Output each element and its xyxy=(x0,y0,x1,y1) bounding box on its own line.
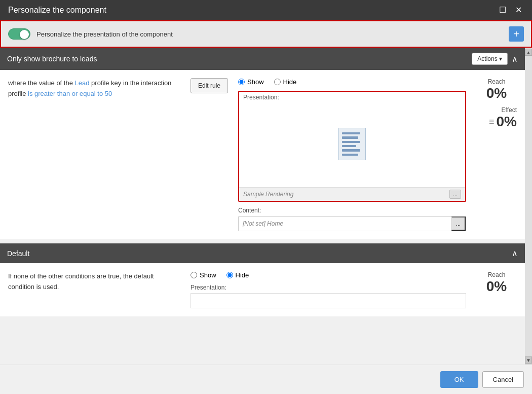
default-presentation-field xyxy=(191,293,466,308)
personalize-toggle[interactable] xyxy=(8,28,30,40)
section-leads: Only show brochure to leads Actions ▾ ∧ … xyxy=(0,48,525,239)
presentation-label: Presentation: xyxy=(239,92,465,101)
presentation-ellipsis-button[interactable]: ... xyxy=(449,190,461,199)
content-ellipsis-button[interactable]: ... xyxy=(451,217,466,231)
section-header-right-default: ∧ xyxy=(512,248,518,258)
show-radio[interactable] xyxy=(238,79,245,85)
default-show-radio[interactable] xyxy=(191,272,197,278)
modal: Personalize the component ☐ ✕ Personaliz… xyxy=(0,0,532,394)
scrollbar[interactable]: ▲ ▼ xyxy=(525,48,532,365)
sample-rendering-text: Sample Rendering xyxy=(243,191,293,198)
effect-equals: ≡ xyxy=(489,117,495,127)
scroll-up-arrow[interactable]: ▲ xyxy=(525,49,532,56)
hide-radio[interactable] xyxy=(274,79,281,85)
toggle-bar: Personalize the presentation of the comp… xyxy=(0,20,532,48)
content-field: [Not set] Home ... xyxy=(238,216,466,231)
effect-label: Effect xyxy=(502,106,517,114)
close-button[interactable]: ✕ xyxy=(513,5,524,15)
doc-line-5 xyxy=(342,149,360,151)
default-hide-radio-label[interactable]: Hide xyxy=(226,271,249,279)
section-header-leads: Only show brochure to leads Actions ▾ ∧ xyxy=(0,48,525,70)
actions-button[interactable]: Actions ▾ xyxy=(472,53,508,65)
scroll-track-area xyxy=(526,56,531,356)
section-body-leads: where the value of the Lead profile key … xyxy=(0,70,525,239)
default-show-hide-row: Show Hide xyxy=(191,271,466,279)
rule-text-part1: where the value of the xyxy=(8,79,73,87)
hide-radio-label[interactable]: Hide xyxy=(274,78,297,86)
default-body: If none of the other conditions are true… xyxy=(0,263,525,316)
doc-line-3 xyxy=(342,141,360,143)
cancel-button[interactable]: Cancel xyxy=(482,371,524,388)
section-header-default: Default ∧ xyxy=(0,243,525,263)
default-hide-radio[interactable] xyxy=(226,272,233,278)
modal-layout: Only show brochure to leads Actions ▾ ∧ … xyxy=(0,48,532,365)
presentation-preview xyxy=(239,101,465,187)
show-label: Show xyxy=(247,78,264,86)
lead-link[interactable]: Lead xyxy=(75,79,90,87)
section-default: Default ∧ If none of the other condition… xyxy=(0,243,525,316)
doc-line-2 xyxy=(342,136,358,138)
rule-options: Show Hide Presentation: xyxy=(238,78,466,231)
titlebar-buttons: ☐ ✕ xyxy=(497,5,524,15)
scroll-down-arrow[interactable]: ▼ xyxy=(525,356,532,364)
section-title-leads: Only show brochure to leads xyxy=(7,55,97,63)
modal-title: Personalize the component xyxy=(8,6,106,15)
doc-line-1 xyxy=(342,132,360,134)
reach-label: Reach xyxy=(476,78,517,85)
add-button[interactable]: + xyxy=(509,26,524,42)
reach-value: 0% xyxy=(476,85,517,101)
show-hide-row: Show Hide xyxy=(238,78,466,86)
toggle-knob xyxy=(20,30,29,39)
effect-row: Effect xyxy=(476,106,517,114)
default-presentation-label: Presentation: xyxy=(191,284,466,291)
section-header-right: Actions ▾ ∧ xyxy=(472,53,518,65)
collapse-button-default[interactable]: ∧ xyxy=(512,248,518,258)
default-options: Show Hide Presentation: xyxy=(191,271,466,308)
default-reach-value: 0% xyxy=(476,278,517,295)
default-description: If none of the other conditions are true… xyxy=(8,271,180,308)
doc-line-6 xyxy=(342,154,358,156)
effect-value: 0% xyxy=(497,114,517,130)
titlebar: Personalize the component ☐ ✕ xyxy=(0,0,532,20)
metrics-section: Reach 0% Effect ≡ 0% xyxy=(476,78,517,231)
toggle-left: Personalize the presentation of the comp… xyxy=(8,28,173,40)
modal-body: Only show brochure to leads Actions ▾ ∧ … xyxy=(0,48,525,365)
toggle-label: Personalize the presentation of the comp… xyxy=(36,30,173,38)
hide-label: Hide xyxy=(283,78,297,86)
content-label: Content: xyxy=(238,207,466,214)
presentation-box: Presentation: xyxy=(238,91,466,202)
ok-button[interactable]: OK xyxy=(440,371,478,388)
content-section: Content: [Not set] Home ... xyxy=(238,207,466,231)
presentation-footer: Sample Rendering ... xyxy=(239,187,465,201)
minimize-button[interactable]: ☐ xyxy=(497,5,508,15)
document-icon xyxy=(338,128,366,160)
doc-line-4 xyxy=(342,145,356,147)
collapse-button[interactable]: ∧ xyxy=(512,54,518,64)
modal-footer: OK Cancel xyxy=(0,365,532,394)
section-title-default: Default xyxy=(7,249,29,258)
content-value: [Not set] Home xyxy=(239,217,451,230)
default-show-radio-label[interactable]: Show xyxy=(191,271,216,279)
rule-description: where the value of the Lead profile key … xyxy=(8,78,180,231)
default-metrics: Reach 0% xyxy=(476,271,517,308)
default-show-label: Show xyxy=(200,271,216,279)
show-radio-label[interactable]: Show xyxy=(238,78,264,86)
condition-link[interactable]: is greater than or equal to 50 xyxy=(28,90,112,97)
edit-rule-button[interactable]: Edit rule xyxy=(191,78,228,93)
default-hide-label: Hide xyxy=(236,271,249,279)
default-reach-label: Reach xyxy=(476,271,517,278)
